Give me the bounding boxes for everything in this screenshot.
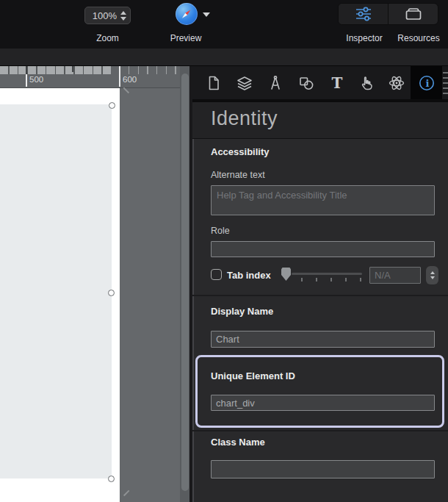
drafting-compass-icon <box>267 74 284 92</box>
selection-handle-top-right[interactable] <box>109 102 115 109</box>
tab-metrics-inspector[interactable] <box>260 66 291 99</box>
atom-icon <box>388 74 405 92</box>
preview-button[interactable] <box>176 3 198 25</box>
ruler-selection-highlight <box>0 66 111 74</box>
ruler-ticks <box>111 66 180 74</box>
safari-compass-icon <box>181 9 192 20</box>
tab-index-checkbox[interactable] <box>211 269 222 280</box>
inspector-toggle-button[interactable] <box>339 4 389 24</box>
toolbar: 100% Zoom Preview <box>0 0 448 49</box>
zoom-value: 100% <box>91 10 120 21</box>
tab-physics-inspector[interactable] <box>381 66 412 99</box>
vertical-scrollbar[interactable] <box>180 66 189 502</box>
display-name-header: Display Name <box>211 306 273 317</box>
tab-index-slider-track[interactable] <box>292 273 362 275</box>
text-icon: T <box>328 74 345 92</box>
tab-typography-inspector[interactable]: T <box>321 66 352 99</box>
alternate-text-input[interactable] <box>211 185 435 215</box>
resources-button[interactable] <box>389 4 438 24</box>
class-name-header: Class Name <box>211 437 265 448</box>
zoom-stepper-arrows[interactable] <box>120 11 126 21</box>
selection-handle-bottom-right[interactable] <box>108 476 115 482</box>
app-window: 100% Zoom Preview <box>0 0 448 502</box>
resources-box-icon <box>404 6 423 22</box>
resources-caption: Resources <box>391 33 447 43</box>
horizontal-ruler: 500 600 <box>0 66 180 88</box>
preview-dropdown-caret[interactable] <box>203 12 210 17</box>
pointer-hand-icon <box>358 74 375 92</box>
chevron-down-icon <box>430 276 435 279</box>
slider-tick <box>316 278 317 282</box>
unique-element-id-input[interactable] <box>211 395 435 411</box>
zoom-caption: Zoom <box>84 33 131 43</box>
accessibility-header: Accessibility <box>211 146 270 157</box>
role-input[interactable] <box>211 241 435 257</box>
slider-tick <box>360 278 361 282</box>
section-separator <box>192 430 448 431</box>
tab-identity-inspector[interactable]: i <box>411 66 442 99</box>
ruler-major-tick-500-lower <box>26 74 27 87</box>
tab-index-value-input[interactable] <box>369 267 421 284</box>
layers-icon <box>236 74 253 92</box>
slider-tick <box>330 278 332 282</box>
ruler-major-tick-600 <box>119 66 120 87</box>
display-name-input[interactable] <box>211 331 435 348</box>
inspector-resources-segmented-control <box>338 3 438 25</box>
ruler-major-tick-500 <box>26 66 27 74</box>
ruler-label-600: 600 <box>123 75 137 84</box>
sliders-icon <box>354 6 373 22</box>
inspector-caption: Inspector <box>338 33 391 43</box>
ruler-label-500: 500 <box>29 75 43 84</box>
selection-handle-mid-right[interactable] <box>108 290 115 296</box>
role-label: Role <box>211 226 230 236</box>
slider-tick <box>301 278 303 282</box>
info-icon: i <box>418 74 436 92</box>
tab-scene-layers-inspector[interactable] <box>229 66 260 99</box>
class-name-input[interactable] <box>211 460 435 478</box>
alternate-text-label: Alternate text <box>211 170 265 180</box>
slider-tick <box>345 278 347 282</box>
tab-index-label: Tab index <box>227 270 271 281</box>
tab-element-inspector[interactable] <box>291 66 322 99</box>
tab-document-inspector[interactable] <box>198 66 229 99</box>
chevron-up-icon <box>120 11 126 15</box>
ruler-mid-tick-550 <box>72 66 73 72</box>
scrollbar-thumb[interactable] <box>181 73 189 491</box>
chevron-down-icon <box>120 17 126 21</box>
preview-caption: Preview <box>160 33 212 43</box>
zoom-stepper[interactable]: 100% <box>84 7 131 24</box>
selected-chart-element[interactable] <box>0 104 112 478</box>
document-icon <box>205 74 223 92</box>
unique-element-id-highlight <box>195 355 444 428</box>
page-title: Identity <box>211 107 278 130</box>
unique-element-id-header: Unique Element ID <box>211 370 295 381</box>
svg-text:i: i <box>425 78 429 89</box>
tab-actions-inspector[interactable] <box>351 66 382 99</box>
chevron-up-icon <box>430 271 435 274</box>
shapes-icon <box>297 74 315 92</box>
svg-text:T: T <box>332 74 343 92</box>
toolbar-lower-band <box>0 49 448 66</box>
tab-index-stepper[interactable] <box>426 266 438 284</box>
section-separator <box>192 295 448 296</box>
